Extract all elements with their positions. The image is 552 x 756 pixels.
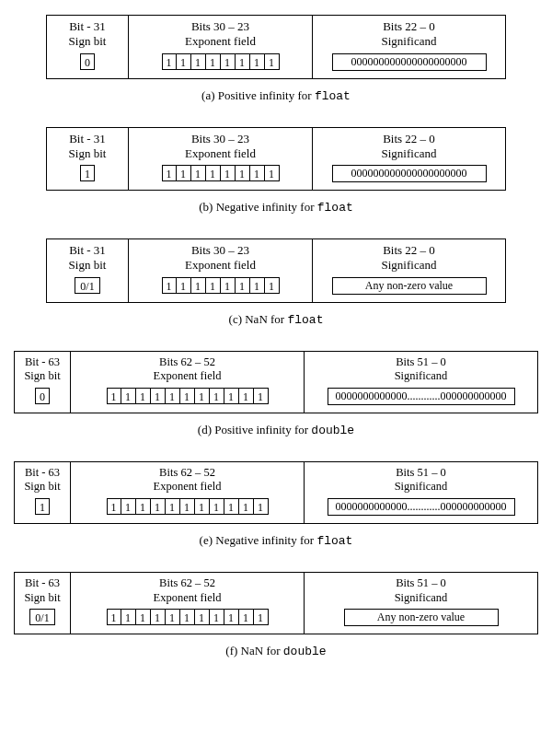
caption-type-name: double bbox=[311, 424, 354, 437]
bit-cell: 1 bbox=[265, 53, 280, 70]
bit-cell: 1 bbox=[121, 388, 136, 404]
sign-bits: 0 bbox=[35, 388, 50, 404]
panel-caption: (e) Negative infinity for float bbox=[7, 533, 545, 548]
bit-cell: 1 bbox=[236, 277, 250, 294]
sign-header-label: Sign bit bbox=[52, 258, 122, 273]
significand-header-label: Significand bbox=[318, 34, 500, 49]
bit-cell: 1 bbox=[206, 53, 221, 70]
significand-header-label: Significand bbox=[318, 258, 500, 273]
bit-cell: 1 bbox=[206, 277, 221, 294]
caption-text: (f) NaN for bbox=[225, 644, 282, 657]
bit-cell: 1 bbox=[191, 53, 206, 70]
bit-cell: 1 bbox=[250, 277, 265, 294]
caption-type-name: double bbox=[283, 645, 327, 658]
caption-text: (a) Positive infinity for bbox=[201, 88, 315, 102]
significand-value: 0000000000000............000000000000 bbox=[328, 498, 515, 516]
caption-type-name: float bbox=[316, 534, 352, 548]
significand-header-range: Bits 51 – 0 bbox=[310, 355, 532, 370]
bit-cell: 1 bbox=[80, 165, 95, 181]
significand-header-range: Bits 51 – 0 bbox=[310, 466, 532, 481]
bit-cell: 1 bbox=[250, 53, 265, 70]
bit-cell: 1 bbox=[210, 388, 224, 404]
field-row: Bit - 31Sign bit0/1Bits 30 – 23Exponent … bbox=[46, 238, 506, 303]
bit-cell: 0/1 bbox=[29, 609, 55, 625]
significand-value: 0000000000000............000000000000 bbox=[328, 388, 515, 405]
bit-cell: 1 bbox=[195, 609, 210, 625]
significand-field: Bits 51 – 0Significand0000000000000.....… bbox=[305, 461, 538, 524]
sign-bits: 0/1 bbox=[29, 609, 55, 625]
exponent-header-range: Bits 62 – 52 bbox=[76, 466, 298, 481]
field-row: Bit - 63Sign bit1Bits 62 – 52Exponent fi… bbox=[14, 461, 538, 524]
bit-cell: 1 bbox=[265, 165, 280, 181]
bit-cell: 1 bbox=[35, 498, 50, 515]
sign-header-range: Bit - 31 bbox=[52, 243, 122, 258]
bit-layout-panel: Bit - 63Sign bit0/1Bits 62 – 52Exponent … bbox=[14, 572, 538, 634]
bit-layout-panel: Bit - 31Sign bit0/1Bits 30 – 23Exponent … bbox=[46, 238, 506, 303]
panel-caption: (c) NaN for float bbox=[7, 312, 545, 327]
bit-cell: 1 bbox=[221, 165, 236, 181]
exponent-header-range: Bits 62 – 52 bbox=[76, 355, 298, 370]
bit-cell: 1 bbox=[239, 498, 254, 515]
caption-text: (c) NaN for bbox=[229, 312, 288, 326]
significand-header-range: Bits 22 – 0 bbox=[318, 132, 500, 146]
exponent-header-label: Exponent field bbox=[134, 34, 306, 49]
bit-cell: 1 bbox=[180, 609, 195, 625]
bit-layout-panel: Bit - 63Sign bit1Bits 62 – 52Exponent fi… bbox=[14, 461, 538, 524]
bit-cell: 1 bbox=[166, 498, 180, 515]
bit-cell: 1 bbox=[195, 498, 210, 515]
sign-header-range: Bit - 31 bbox=[52, 19, 122, 34]
sign-bits: 0 bbox=[80, 53, 95, 70]
significand-value: 000000000000000000000 bbox=[332, 165, 487, 182]
significand-header-label: Significand bbox=[310, 369, 532, 384]
exponent-bits: 11111111 bbox=[162, 165, 280, 181]
exponent-bits: 11111111 bbox=[162, 53, 280, 70]
sign-header-label: Sign bit bbox=[52, 146, 122, 161]
bit-cell: 1 bbox=[151, 609, 166, 625]
bit-cell: 1 bbox=[177, 277, 191, 294]
exponent-header-label: Exponent field bbox=[76, 480, 298, 494]
exponent-bits: 11111111 bbox=[162, 277, 280, 294]
bit-cell: 0 bbox=[35, 388, 50, 404]
field-row: Bit - 31Sign bit1Bits 30 – 23Exponent fi… bbox=[46, 127, 506, 192]
caption-text: (e) Negative infinity for bbox=[200, 533, 317, 547]
panel-caption: (f) NaN for double bbox=[7, 644, 545, 658]
caption-type-name: float bbox=[287, 313, 323, 327]
exponent-bits: 11111111111 bbox=[107, 388, 269, 404]
bit-cell: 1 bbox=[136, 498, 151, 515]
significand-header-label: Significand bbox=[310, 480, 532, 494]
bit-cell: 1 bbox=[210, 498, 224, 515]
bit-cell: 1 bbox=[121, 609, 136, 625]
sign-header-label: Sign bit bbox=[20, 480, 64, 494]
bit-cell: 1 bbox=[224, 609, 239, 625]
significand-field: Bits 51 – 0SignificandAny non-zero value bbox=[305, 572, 538, 634]
bit-cell: 1 bbox=[166, 609, 180, 625]
significand-value: Any non-zero value bbox=[344, 609, 499, 626]
sign-header-label: Sign bit bbox=[20, 591, 64, 606]
sign-field: Bit - 31Sign bit0/1 bbox=[46, 238, 129, 303]
bit-cell: 1 bbox=[107, 498, 121, 515]
bit-cell: 1 bbox=[107, 388, 121, 404]
bit-cell: 1 bbox=[250, 165, 265, 181]
significand-header-label: Significand bbox=[318, 146, 500, 161]
bit-cell: 1 bbox=[191, 277, 206, 294]
caption-type-name: float bbox=[317, 201, 353, 215]
bit-layout-panel: Bit - 31Sign bit0Bits 30 – 23Exponent fi… bbox=[46, 15, 506, 79]
bit-cell: 1 bbox=[177, 165, 191, 181]
sign-header-range: Bit - 63 bbox=[20, 576, 64, 591]
sign-field: Bit - 31Sign bit0 bbox=[46, 15, 129, 79]
bit-layout-panel: Bit - 63Sign bit0Bits 62 – 52Exponent fi… bbox=[14, 351, 538, 413]
exponent-header-label: Exponent field bbox=[76, 369, 298, 384]
bit-cell: 1 bbox=[191, 165, 206, 181]
bit-cell: 1 bbox=[221, 53, 236, 70]
bit-cell: 0/1 bbox=[75, 277, 100, 294]
sign-header-range: Bit - 31 bbox=[52, 132, 122, 146]
bit-cell: 1 bbox=[236, 53, 250, 70]
bit-cell: 1 bbox=[121, 498, 136, 515]
bit-cell: 1 bbox=[177, 53, 191, 70]
bit-cell: 1 bbox=[136, 388, 151, 404]
significand-value: 000000000000000000000 bbox=[332, 53, 487, 71]
sign-field: Bit - 63Sign bit0 bbox=[14, 351, 71, 413]
bit-cell: 1 bbox=[195, 388, 210, 404]
sign-bits: 1 bbox=[35, 498, 50, 515]
exponent-field: Bits 30 – 23Exponent field11111111 bbox=[129, 127, 313, 192]
